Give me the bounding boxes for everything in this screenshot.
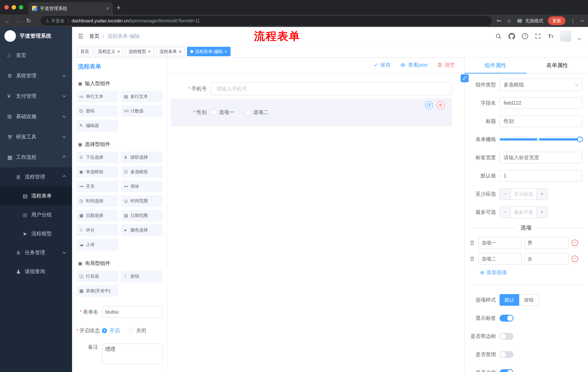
breadcrumb-home[interactable]: 首页 <box>89 33 99 40</box>
browser-update-button[interactable]: 更新 <box>548 16 566 25</box>
browser-menu-icon[interactable]: ⋮ <box>570 18 576 24</box>
drag-handle-icon[interactable]: ☰ <box>470 256 476 262</box>
stepper-increase-button[interactable]: + <box>536 189 547 200</box>
user-avatar[interactable] <box>560 31 571 42</box>
option-2-label-input[interactable] <box>478 253 521 265</box>
address-bar[interactable]: ⚠ 不安全 dashboard.yudao.iocoder.cn /bpm/ma… <box>41 16 492 25</box>
view-json-button[interactable]: 查看json <box>400 62 428 68</box>
palette-item-checkbox-group[interactable]: ☑多选框组 <box>121 166 163 178</box>
palette-item-multi-text[interactable]: ▤多行文本 <box>121 91 163 102</box>
drag-handle-icon[interactable]: ☰ <box>470 240 476 246</box>
palette-item-counter[interactable]: 123计数器 <box>121 105 163 117</box>
add-option-button[interactable]: ⊕ 添加选项 <box>480 269 582 276</box>
sidebar-toggle-icon[interactable]: ☰ <box>72 32 89 40</box>
style-button-button[interactable]: 按钮 <box>519 294 539 306</box>
option-1-value-input[interactable] <box>524 237 569 249</box>
sidebar-item-workflow[interactable]: ▦ 工作流程 <box>0 147 72 167</box>
form-grid-slider[interactable] <box>500 134 582 145</box>
checkbox-option-2[interactable]: 选项二 <box>245 109 269 116</box>
close-window-button[interactable] <box>4 5 9 10</box>
label-width-input[interactable] <box>500 152 582 163</box>
minimize-window-button[interactable] <box>12 5 16 10</box>
new-tab-button[interactable]: + <box>116 2 121 13</box>
tab-form-props[interactable]: 表单属性 <box>526 57 588 73</box>
link-handle-button[interactable] <box>461 74 469 82</box>
tab-close-icon[interactable]: × <box>106 6 109 11</box>
clear-button[interactable]: 清空 <box>437 62 455 68</box>
border-toggle[interactable] <box>500 333 514 340</box>
tag-process-definition[interactable]: 流程定义 × <box>94 47 123 56</box>
show-label-toggle[interactable] <box>500 315 514 322</box>
phone-field-row[interactable]: *手机号 <box>171 82 452 95</box>
sidebar-item-system-management[interactable]: ⚙ 系统管理 <box>0 65 72 86</box>
selected-field-block[interactable]: *性别 选项一 选项二 <box>171 98 452 126</box>
font-size-icon[interactable]: TT <box>548 33 553 39</box>
stepper-decrease-button[interactable]: − <box>500 189 511 200</box>
max-select-value[interactable]: 最多可选 <box>511 207 536 218</box>
sidebar-item-process-management[interactable]: ≣ 流程管理 <box>0 167 72 186</box>
sidebar-item-leave-query[interactable]: ♟ 请假查询 <box>0 262 72 281</box>
palette-item-time-range[interactable]: ◶时间范围 <box>121 195 163 207</box>
tag-process-model[interactable]: 流程模型 × <box>125 47 154 56</box>
palette-item-editor[interactable]: ✎编辑器 <box>76 120 118 131</box>
option-1-label-input[interactable] <box>478 237 521 249</box>
sidebar-item-home[interactable]: ⌂ 首页 <box>0 45 72 65</box>
forward-icon[interactable]: → <box>15 18 21 24</box>
palette-item-rate[interactable]: ☆评分 <box>76 224 118 236</box>
stepper-decrease-button[interactable]: − <box>500 207 511 218</box>
palette-item-button[interactable]: ☝按钮 <box>121 270 163 282</box>
form-name-input[interactable] <box>102 306 163 318</box>
phone-input[interactable] <box>211 82 452 95</box>
sidebar-item-dev-tools[interactable]: ⚒ 研发工具 <box>0 127 72 147</box>
palette-item-time-picker[interactable]: ◷时间选择 <box>76 195 118 207</box>
component-type-select[interactable]: 多选框组 <box>500 79 582 91</box>
form-remark-textarea[interactable]: 嘿嘿 <box>102 344 163 364</box>
delete-field-button[interactable] <box>437 101 445 109</box>
help-icon[interactable]: ? <box>522 33 528 39</box>
palette-item-slider[interactable]: ⊷滑块 <box>121 181 163 192</box>
tab-component-props[interactable]: 组件属性 <box>465 57 526 73</box>
palette-item-password[interactable]: ⊡密码 <box>76 105 118 117</box>
palette-item-date-picker[interactable]: ▦日期选择 <box>76 210 118 221</box>
palette-item-switch[interactable]: ⊶开关 <box>76 181 118 192</box>
required-toggle[interactable] <box>500 369 514 372</box>
palette-item-radio-group[interactable]: ◉单选框组 <box>76 166 118 178</box>
checkbox-option-1[interactable]: 选项一 <box>211 109 234 116</box>
sidebar-item-payment-management[interactable]: ¥ 支付管理 <box>0 86 72 106</box>
github-icon[interactable] <box>508 33 515 40</box>
title-input[interactable] <box>500 115 582 127</box>
option-2-value-input[interactable] <box>524 253 569 265</box>
copy-field-button[interactable] <box>425 101 433 109</box>
radio-status-on[interactable]: 开启 <box>102 327 120 334</box>
palette-item-select[interactable]: ⊙下拉选择 <box>76 151 118 163</box>
avatar-chevron-icon[interactable] <box>578 36 581 40</box>
zoom-window-button[interactable] <box>19 5 23 10</box>
radio-status-off[interactable]: 关闭 <box>128 327 146 334</box>
palette-item-upload[interactable]: ☁上传 <box>76 239 118 250</box>
fullscreen-icon[interactable] <box>535 33 541 39</box>
stepper-increase-button[interactable]: + <box>536 207 547 218</box>
browser-tab[interactable]: 芋道管理系统 × <box>28 2 113 15</box>
remove-option-button[interactable]: − <box>572 240 578 246</box>
palette-item-cascader[interactable]: ⋔级联选择 <box>121 151 163 163</box>
palette-item-table[interactable]: ▦表格[开发中] <box>76 285 118 297</box>
tag-process-form-edit[interactable]: 流程表单-编辑 × <box>187 47 231 56</box>
remove-option-button[interactable]: − <box>572 255 578 262</box>
sidebar-item-task-management[interactable]: ⋔ 任务管理 <box>0 243 72 262</box>
tag-close-icon[interactable]: × <box>224 49 227 54</box>
palette-item-color-picker[interactable]: ◕颜色选择 <box>121 224 163 236</box>
palette-item-date-range[interactable]: ▧日期范围 <box>121 210 163 221</box>
min-select-value[interactable]: 至少应选 <box>511 189 536 200</box>
slider-handle[interactable] <box>577 137 583 142</box>
chevron-down-icon[interactable] <box>580 18 584 22</box>
search-icon[interactable] <box>495 33 502 39</box>
default-value-input[interactable] <box>500 170 582 182</box>
sidebar-logo[interactable]: 芋道管理系统 <box>0 27 72 45</box>
sidebar-item-process-model[interactable]: ➤ 流程模型 <box>0 224 72 243</box>
palette-item-row-container[interactable]: ◫行容器 <box>76 270 118 282</box>
tag-process-form[interactable]: 流程表单 × <box>156 47 185 56</box>
sidebar-item-infrastructure[interactable]: ⊞ 基础设施 <box>0 106 72 127</box>
field-name-input[interactable] <box>500 97 582 109</box>
back-icon[interactable]: ← <box>4 18 10 24</box>
bookmark-star-icon[interactable]: ☆ <box>507 18 512 24</box>
